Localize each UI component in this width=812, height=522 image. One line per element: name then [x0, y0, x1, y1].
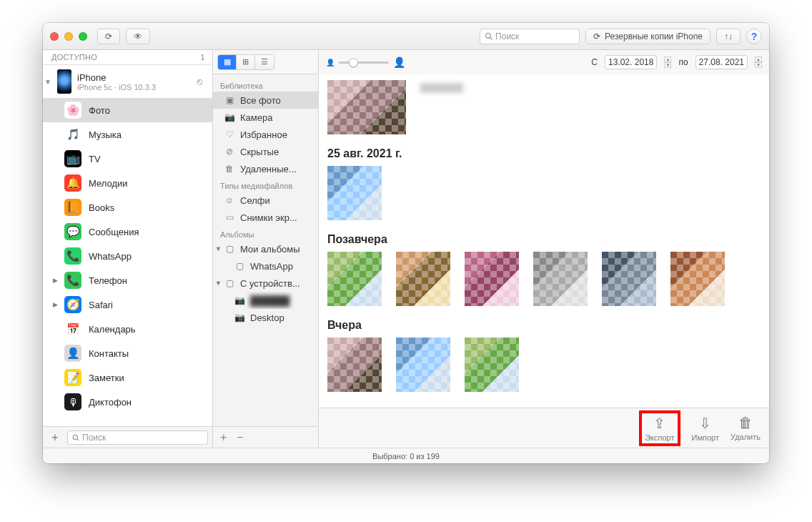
library-remove-button[interactable]: −	[237, 431, 243, 444]
slider-knob[interactable]	[349, 58, 358, 67]
sidebar-item-calendar[interactable]: 📅Календарь	[43, 317, 212, 341]
library-add-button[interactable]: +	[220, 431, 227, 444]
library-item[interactable]: 📷Desktop	[213, 309, 318, 326]
photo-thumbnail[interactable]	[327, 252, 382, 306]
delete-button[interactable]: 🗑 Удалить	[731, 415, 761, 441]
sidebar-item-books[interactable]: 📙Books	[43, 195, 212, 220]
add-device-button[interactable]: +	[47, 431, 63, 444]
photo-thumbnail[interactable]	[327, 166, 382, 220]
grid-icon: ▦	[224, 57, 231, 67]
sidebar-item-label: Музыка	[89, 129, 122, 140]
photo-grid[interactable]: 25 авг. 2021 г.ПозавчераВчера	[319, 74, 769, 408]
date-from-input[interactable]: 13.02. 2018	[605, 55, 657, 69]
view-mode-segmented: ▦ ⊞ ☰	[217, 54, 274, 70]
library-item[interactable]: ⊘Скрытые	[213, 143, 318, 160]
library-item[interactable]: 📷██████	[213, 292, 318, 309]
library-item[interactable]: ▭Снимки экр...	[213, 209, 318, 226]
selfie-icon: ☺	[224, 195, 234, 205]
library-item-label: Скрытые	[240, 147, 279, 157]
chevron-down-icon[interactable]: ▼	[215, 245, 222, 252]
sidebar-item-music[interactable]: 🎵Музыка	[43, 122, 212, 147]
contacts-icon: 👤	[64, 345, 81, 362]
view-thumb-button[interactable]: ⊞	[237, 55, 255, 69]
svg-point-2	[73, 435, 77, 439]
sidebar-item-label: Телефон	[89, 275, 127, 286]
close-window-button[interactable]	[50, 32, 59, 41]
chevron-right-icon[interactable]: ▶	[53, 277, 58, 284]
date-from-stepper[interactable]: ▲▼	[664, 56, 671, 68]
sidebar-item-voicememo[interactable]: 🎙Диктофон	[43, 390, 212, 414]
view-list-button[interactable]: ☰	[255, 55, 274, 69]
sidebar-item-safari[interactable]: ▶🧭Safari	[43, 292, 212, 317]
chevron-down-icon[interactable]: ▼	[215, 280, 222, 287]
sidebar-search-input[interactable]: Поиск	[67, 430, 208, 445]
camera-icon: 📷	[234, 295, 244, 305]
photo-thumbnail[interactable]	[533, 252, 588, 306]
sidebar-item-tv[interactable]: 📺TV	[43, 147, 212, 171]
sidebar-item-label: Safari	[89, 300, 113, 310]
stepper-down-icon[interactable]: ▼	[664, 62, 671, 68]
photo-thumbnail[interactable]	[465, 338, 519, 392]
minimize-window-button[interactable]	[64, 32, 73, 41]
books-icon: 📙	[64, 199, 81, 216]
group-title: Позавчера	[327, 233, 761, 246]
sidebar-item-phone[interactable]: ▶📞Телефон	[43, 268, 212, 292]
camera-icon: 📷	[234, 312, 244, 322]
import-button[interactable]: ⇩ Импорт	[692, 415, 719, 442]
view-grid-button[interactable]: ▦	[218, 55, 237, 69]
photo-thumbnail[interactable]	[327, 338, 382, 392]
sidebar-item-messages[interactable]: 💬Сообщения	[43, 220, 212, 244]
slider-track[interactable]	[339, 61, 389, 64]
help-button[interactable]: ?	[746, 29, 762, 44]
stepper-up-icon[interactable]: ▲	[755, 56, 762, 62]
sidebar-item-notes[interactable]: 📝Заметки	[43, 365, 212, 390]
preview-button[interactable]: 👁	[126, 29, 150, 44]
sort-button[interactable]: ↑↓	[716, 29, 741, 44]
refresh-button[interactable]: ⟳	[97, 29, 120, 44]
thumbnail-size-slider[interactable]: 👤 👤	[326, 56, 405, 68]
library-item[interactable]: ▼▢С устройств...	[213, 275, 318, 292]
screenshot-icon: ▭	[224, 212, 234, 222]
chevron-right-icon[interactable]: ▶	[53, 301, 58, 308]
library-item[interactable]: ▼▢Мои альбомы	[213, 240, 318, 257]
refresh-small-icon: ⟳	[593, 31, 600, 41]
sidebar-item-photos[interactable]: 🌸Фото	[43, 98, 212, 122]
sidebar-search-placeholder: Поиск	[82, 433, 106, 443]
global-search-input[interactable]: Поиск	[480, 29, 580, 44]
chevron-down-icon[interactable]: ▼	[44, 78, 51, 86]
photo-thumbnail[interactable]	[327, 80, 406, 134]
sidebar-item-contacts[interactable]: 👤Контакты	[43, 341, 212, 365]
library-item[interactable]: ♡Избранное	[213, 126, 318, 143]
library-item[interactable]: 📷Камера	[213, 109, 318, 126]
device-row[interactable]: ▼ iPhone iPhone 5c · iOS 10.3.3 ⎋	[43, 65, 212, 98]
stepper-up-icon[interactable]: ▲	[664, 56, 671, 62]
export-button[interactable]: ⇪ Экспорт	[645, 415, 674, 442]
safari-icon: 🧭	[64, 296, 81, 313]
stepper-down-icon[interactable]: ▼	[755, 62, 762, 68]
export-icon: ⇪	[653, 415, 665, 432]
messages-icon: 💬	[64, 223, 81, 240]
photo-thumbnail[interactable]	[396, 338, 450, 392]
sidebar-item-whatsapp[interactable]: 📞WhatsApp	[43, 244, 212, 268]
ringtones-icon: 🔔	[64, 174, 81, 192]
photo-thumbnail[interactable]	[670, 252, 725, 306]
photo-thumbnail[interactable]	[602, 252, 656, 306]
zoom-window-button[interactable]	[79, 32, 87, 41]
sort-icon: ↑↓	[724, 31, 733, 41]
photo-thumbnail[interactable]	[396, 252, 450, 306]
library-item[interactable]: ▣Все фото	[213, 92, 318, 109]
date-to-stepper[interactable]: ▲▼	[755, 56, 762, 68]
thumb-row	[327, 338, 761, 392]
sidebar-item-ringtones[interactable]: 🔔Мелодии	[43, 171, 212, 195]
library-item[interactable]: ☺Селфи	[213, 192, 318, 209]
photo-thumbnail[interactable]	[465, 252, 519, 306]
export-highlight: ⇪ Экспорт	[639, 410, 680, 446]
group-title: Вчера	[327, 319, 761, 332]
device-subtitle: iPhone 5c · iOS 10.3.3	[77, 83, 156, 92]
date-to-input[interactable]: 27.08. 2021	[695, 55, 748, 69]
library-item[interactable]: ▢WhatsApp	[213, 257, 318, 275]
backups-button[interactable]: ⟳ Резервные копии iPhone	[585, 29, 710, 44]
main-footer: ⇪ Экспорт ⇩ Импорт 🗑 Удалить	[319, 408, 769, 448]
heart-icon: ♡	[224, 129, 234, 139]
library-item[interactable]: 🗑Удаленные...	[213, 160, 318, 177]
